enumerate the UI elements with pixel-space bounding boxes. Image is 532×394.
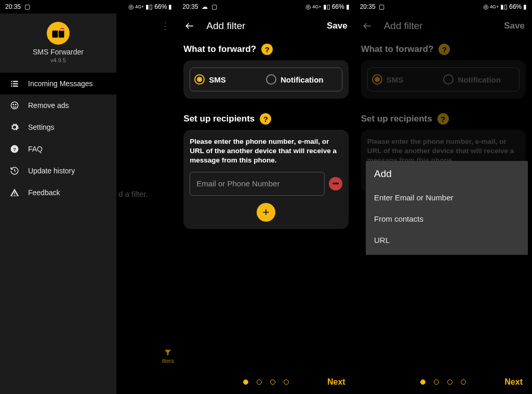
radio-label: SMS bbox=[209, 75, 226, 84]
warning-icon bbox=[9, 188, 20, 197]
section-title: What to forward? bbox=[361, 44, 434, 55]
radio-sms[interactable]: SMS bbox=[194, 74, 266, 85]
save-button[interactable]: Save bbox=[504, 21, 525, 31]
battery-text: 66% bbox=[509, 3, 522, 10]
forward-type-card: SMS Notification bbox=[361, 60, 526, 99]
section-title: What to forward? bbox=[183, 44, 256, 55]
drawer-header: SMS SMS Forwarder v4.9.5 bbox=[0, 13, 116, 73]
add-recipient-button[interactable]: + bbox=[257, 203, 275, 222]
next-button[interactable]: Next bbox=[504, 377, 523, 387]
gear-icon bbox=[9, 123, 20, 132]
dot bbox=[447, 379, 453, 385]
dot bbox=[284, 379, 289, 385]
screen-drawer: 20:35 ▢ ◎ 4G+ ▮▯ 66% ▮ ⋮ d a filter. ilt… bbox=[0, 0, 177, 394]
svg-point-12 bbox=[16, 104, 17, 105]
dot bbox=[461, 379, 466, 385]
smile-icon bbox=[9, 101, 20, 110]
drawer-item-label: Update history bbox=[28, 167, 75, 175]
radio-sms[interactable]: SMS bbox=[372, 74, 444, 85]
arrow-left-icon bbox=[362, 21, 373, 31]
input-placeholder: Email or Phone Number bbox=[196, 179, 280, 188]
recipient-input[interactable]: Email or Phone Number bbox=[190, 172, 324, 196]
drawer-item-history[interactable]: Update history bbox=[0, 160, 116, 182]
save-button[interactable]: Save bbox=[327, 21, 348, 31]
signal-icon: ▮▯ bbox=[323, 3, 330, 10]
back-button[interactable] bbox=[362, 21, 373, 31]
radio-label: Notification bbox=[281, 75, 324, 84]
help-icon: ? bbox=[9, 144, 20, 154]
app-logo-icon: SMS bbox=[51, 28, 65, 38]
add-recipient-menu: Add Enter Email or Number From contacts … bbox=[366, 161, 528, 255]
drawer-item-label: Settings bbox=[28, 123, 55, 131]
screen-add-filter: 20:35 ☁ ▢ ◎ 4G+ ▮▯ 66% ▮ Add filter Save… bbox=[177, 0, 354, 394]
section-what-to-forward: What to forward? ? SMS Notification bbox=[355, 44, 532, 99]
drawer-item-settings[interactable]: Settings bbox=[0, 116, 116, 138]
drawer-item-label: FAQ bbox=[28, 145, 43, 153]
cloud-icon: ☁ bbox=[200, 3, 208, 10]
radio-icon-checked bbox=[194, 74, 205, 85]
svg-rect-7 bbox=[13, 83, 18, 84]
stepper-footer: Next bbox=[355, 379, 532, 385]
radio-label: Notification bbox=[458, 75, 501, 84]
status-time: 20:35 bbox=[182, 3, 198, 10]
screenshot-icon: ▢ bbox=[209, 3, 217, 10]
svg-rect-9 bbox=[13, 86, 18, 87]
drawer-item-label: Feedback bbox=[28, 188, 60, 197]
recipients-card: Please enter the phone number, e-mail, o… bbox=[183, 130, 348, 229]
instruction-text: Please enter the phone number, e-mail, o… bbox=[190, 137, 342, 166]
radio-icon bbox=[443, 74, 454, 85]
drawer-item-label: Remove ads bbox=[28, 101, 69, 110]
radio-notification[interactable]: Notification bbox=[266, 74, 338, 85]
dot bbox=[270, 379, 275, 385]
section-what-to-forward: What to forward? ? SMS Notification bbox=[177, 44, 354, 99]
section-title: Set up recipients bbox=[183, 114, 255, 124]
svg-point-10 bbox=[11, 102, 18, 109]
help-button[interactable]: ? bbox=[438, 44, 450, 55]
drawer-item-faq[interactable]: ? FAQ bbox=[0, 138, 116, 160]
svg-text:?: ? bbox=[13, 146, 16, 152]
signal-icon: ▮▯ bbox=[500, 3, 508, 10]
popup-item-enter[interactable]: Enter Email or Number bbox=[374, 187, 520, 208]
popup-title: Add bbox=[374, 168, 520, 180]
svg-rect-15 bbox=[14, 192, 15, 194]
drawer-item-remove-ads[interactable]: Remove ads bbox=[0, 94, 116, 116]
remove-recipient-button[interactable] bbox=[329, 177, 342, 191]
dot bbox=[434, 379, 439, 385]
svg-rect-1 bbox=[59, 31, 64, 38]
popup-item-contacts[interactable]: From contacts bbox=[374, 208, 520, 229]
history-icon bbox=[9, 166, 20, 175]
svg-text:SMS: SMS bbox=[60, 29, 65, 31]
drawer-item-incoming[interactable]: Incoming Messages bbox=[0, 73, 116, 94]
drawer-item-feedback[interactable]: Feedback bbox=[0, 182, 116, 203]
screenshot-icon: ▢ bbox=[377, 3, 384, 10]
battery-icon: ▮ bbox=[346, 3, 350, 10]
radio-icon-checked bbox=[372, 74, 382, 85]
help-button[interactable]: ? bbox=[261, 44, 273, 55]
arrow-left-icon bbox=[184, 21, 195, 31]
status-bar: 20:35 ▢ ◎ 4G+ ▮▯ 66% ▮ bbox=[355, 0, 532, 13]
help-button[interactable]: ? bbox=[437, 113, 449, 125]
drawer-item-label: Incoming Messages bbox=[28, 79, 93, 88]
nav-drawer: SMS SMS Forwarder v4.9.5 Incoming Messag… bbox=[0, 13, 116, 394]
radio-notification[interactable]: Notification bbox=[443, 74, 515, 85]
svg-rect-16 bbox=[14, 195, 15, 196]
svg-rect-5 bbox=[13, 81, 18, 82]
list-icon bbox=[9, 79, 20, 88]
hotspot-icon: ◎ bbox=[483, 3, 488, 10]
status-bar: 20:35 ☁ ▢ ◎ 4G+ ▮▯ 66% ▮ bbox=[177, 0, 354, 13]
battery-text: 66% bbox=[332, 3, 344, 10]
svg-rect-0 bbox=[52, 31, 58, 38]
app-logo: SMS bbox=[47, 22, 70, 45]
svg-rect-8 bbox=[11, 86, 12, 87]
network-icon: 4G+ bbox=[312, 4, 321, 9]
radio-label: SMS bbox=[387, 75, 404, 84]
popup-item-url[interactable]: URL bbox=[374, 229, 520, 251]
network-icon: 4G+ bbox=[490, 4, 499, 9]
back-button[interactable] bbox=[184, 21, 195, 31]
svg-rect-4 bbox=[11, 81, 12, 82]
screen-add-popup: 20:35 ▢ ◎ 4G+ ▮▯ 66% ▮ Add filter Save W… bbox=[355, 0, 532, 394]
help-button[interactable]: ? bbox=[260, 113, 271, 125]
dot bbox=[257, 379, 262, 385]
next-button[interactable]: Next bbox=[327, 377, 345, 387]
app-version: v4.9.5 bbox=[50, 57, 66, 63]
